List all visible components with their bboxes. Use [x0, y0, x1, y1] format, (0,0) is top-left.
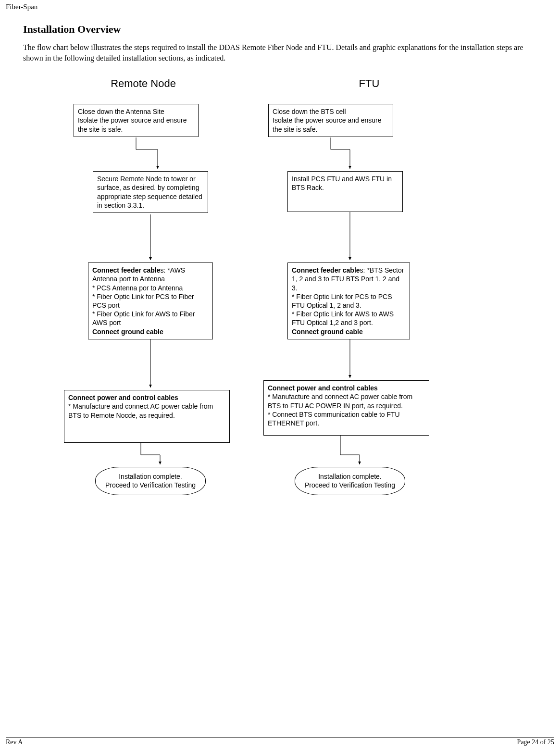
right-step-4-body: * Manufacture and connect AC power cable… [268, 393, 412, 427]
left-step-3-title: Connect feeder cable [92, 266, 161, 274]
right-step-3-ground: Connect ground cable [292, 328, 363, 336]
right-step-3-s: s: [360, 266, 365, 274]
intro-paragraph: The flow chart below illustrates the ste… [23, 42, 537, 63]
left-step-2: Secure Remote Node to tower or surface, … [93, 171, 208, 213]
left-column-title: Remote Node [95, 77, 191, 90]
left-step-3-ground: Connect ground cable [92, 328, 163, 336]
right-step-4-title: Connect power and control cables [268, 384, 378, 392]
right-column-title: FTU [321, 77, 417, 90]
right-step-3: Connect feeder cables: *BTS Sector 1, 2 … [287, 262, 410, 339]
left-step-1: Close down the Antenna SiteIsolate the p… [74, 104, 199, 137]
left-step-4-title: Connect power and control cables [68, 394, 178, 401]
content-area: Installation Overview The flow chart bel… [23, 23, 537, 606]
left-terminator: Installation complete.Proceed to Verific… [95, 467, 206, 495]
right-terminator: Installation complete.Proceed to Verific… [295, 467, 405, 495]
left-step-4-body: * Manufacture and connect AC power cable… [68, 402, 213, 419]
left-step-3-s: s: [161, 266, 166, 274]
footer-rev: Rev A [6, 738, 23, 746]
right-step-1: Close down the BTS cellIsolate the power… [268, 104, 393, 137]
right-step-3-body: *BTS Sector 1, 2 and 3 to FTU BTS Port 1… [292, 266, 404, 326]
left-step-4: Connect power and control cables * Manuf… [64, 390, 230, 443]
flowchart-arrows [23, 77, 537, 606]
footer-page: Page 24 of 25 [517, 738, 554, 746]
right-step-2: Install PCS FTU and AWS FTU in BTS Rack. [287, 171, 403, 212]
right-step-3-title: Connect feeder cable [292, 266, 360, 274]
right-step-4: Connect power and control cables * Manuf… [263, 380, 429, 436]
flowchart: Remote Node FTU Close down the Antenna S… [23, 77, 537, 606]
document-header: Fiber-Span [6, 3, 37, 11]
left-step-3: Connect feeder cables: *AWS Antenna port… [88, 262, 213, 339]
page-footer: Rev A Page 24 of 25 [6, 737, 554, 746]
section-title: Installation Overview [23, 23, 537, 36]
left-step-3-body: *AWS Antenna port to Antenna * PCS Anten… [92, 266, 195, 326]
